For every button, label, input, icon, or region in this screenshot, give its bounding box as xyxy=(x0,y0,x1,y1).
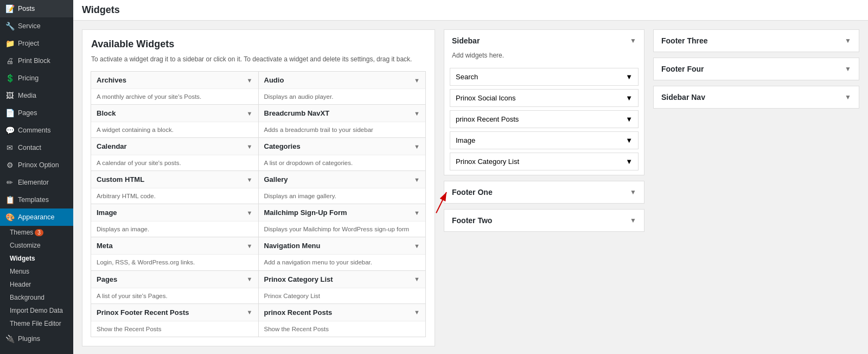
widget-title: Archives xyxy=(97,76,126,84)
right-area-header[interactable]: Footer Four ▼ xyxy=(654,58,859,80)
sidebar: 📝Posts🔧Service📁Project🖨Print Block💲Prici… xyxy=(0,0,73,354)
right-area-title: Footer Four xyxy=(661,65,704,73)
sidebar-item-contact[interactable]: ✉Contact xyxy=(0,139,73,156)
sidebar-widget-area: Sidebar ▼ Add widgets here. Search▼Prino… xyxy=(444,29,644,175)
sidebar-icon: 📋 xyxy=(5,195,14,204)
right-area-header[interactable]: Footer Three ▼ xyxy=(654,30,859,52)
sidebar-sub-background[interactable]: Background xyxy=(0,291,73,304)
widget-header[interactable]: Pages ▼ xyxy=(91,271,258,288)
sidebar-item-comments[interactable]: 💬Comments xyxy=(0,122,73,139)
widget-header[interactable]: prinox Recent Posts ▼ xyxy=(259,304,426,321)
widget-header[interactable]: Meta ▼ xyxy=(91,237,258,255)
right-area-title: Footer Three xyxy=(661,36,708,45)
sidebar-label: Pricing xyxy=(18,74,39,82)
sidebar-item-templates[interactable]: 📋Templates xyxy=(0,191,73,208)
widget-title: Categories xyxy=(264,142,301,150)
sidebar-item-appearance[interactable]: 🎨Appearance xyxy=(0,208,73,226)
sidebar-item-plugins[interactable]: 🔌Plugins xyxy=(0,330,73,347)
sidebar-icon: 🎨 xyxy=(5,213,14,222)
widget-desc: A monthly archive of your site's Posts. xyxy=(91,89,258,104)
right-area-chevron: ▼ xyxy=(845,65,851,73)
footer-two-title: Footer Two xyxy=(452,216,492,225)
badge: 3 xyxy=(35,229,43,236)
sidebar-sub-customize[interactable]: Customize xyxy=(0,239,73,252)
widget-item-prinox-category-list: Prinox Category List ▼ Prinox Category L… xyxy=(258,270,426,304)
available-widgets-desc: To activate a widget drag it to a sideba… xyxy=(91,54,426,64)
sidebar-icon: ✉ xyxy=(5,143,14,152)
sidebar-sub-widgets[interactable]: Widgets xyxy=(0,252,73,265)
widget-desc: Adds a breadcrumb trail to your sidebar xyxy=(259,122,426,137)
sidebar-item-pricing[interactable]: 💲Pricing xyxy=(0,69,73,87)
widget-chevron-icon: ▼ xyxy=(247,243,253,249)
sidebar-item-project[interactable]: 📁Project xyxy=(0,35,73,52)
widget-item-image: Image ▼ Displays an image. xyxy=(91,204,259,237)
widget-header[interactable]: Archives ▼ xyxy=(91,72,258,89)
widget-header[interactable]: Audio ▼ xyxy=(259,72,426,89)
footer-two-chevron: ▼ xyxy=(630,217,636,224)
sidebar-area-widget-image[interactable]: Image▼ xyxy=(450,131,639,149)
widget-chevron-icon: ▼ xyxy=(247,210,253,216)
area-widget-chevron: ▼ xyxy=(626,136,633,144)
sidebar-item-service[interactable]: 🔧Service xyxy=(0,17,73,35)
sidebar-item-prinox-option[interactable]: ⚙Prinox Option xyxy=(0,156,73,174)
sidebar-label: Comments xyxy=(18,127,50,134)
widget-chevron-icon: ▼ xyxy=(414,143,420,150)
sidebar-area-widget-search[interactable]: Search▼ xyxy=(450,68,639,86)
widget-header[interactable]: Navigation Menu ▼ xyxy=(259,237,426,255)
sidebar-icon: 📝 xyxy=(5,4,14,13)
widget-desc: A widget containing a block. xyxy=(91,122,258,137)
sidebar-item-elementor[interactable]: ✏Elementor xyxy=(0,174,73,191)
sidebar-sub-themes[interactable]: Themes3 xyxy=(0,226,73,239)
right-widget-areas: Footer Three ▼ Footer Four ▼ Sidebar Nav… xyxy=(653,29,859,346)
area-widget-title: Prinox Social Icons xyxy=(456,94,516,102)
page-title: Widgets xyxy=(82,4,120,16)
sidebar-area-widget-prinox-category-list[interactable]: Prinox Category List▼ xyxy=(450,153,639,170)
sidebar-item-print-block[interactable]: 🖨Print Block xyxy=(0,52,73,69)
sidebar-sub-menus[interactable]: Menus xyxy=(0,265,73,278)
widget-item-archives: Archives ▼ A monthly archive of your sit… xyxy=(91,71,259,105)
sidebar-sub-theme-file-editor[interactable]: Theme File Editor xyxy=(0,317,73,330)
widget-header[interactable]: Breadcrumb NavXT ▼ xyxy=(259,105,426,122)
widget-header[interactable]: Image ▼ xyxy=(91,204,258,222)
sidebar-area-widget-prinox-social-icons[interactable]: Prinox Social Icons▼ xyxy=(450,89,639,107)
widget-item-prinox-recent-posts: prinox Recent Posts ▼ Show the Recent Po… xyxy=(258,304,426,337)
sidebar-item-posts[interactable]: 📝Posts xyxy=(0,0,73,17)
widget-header[interactable]: Calendar ▼ xyxy=(91,138,258,155)
footer-one-area: Footer One ▼ xyxy=(444,181,644,204)
widget-item-custom-html: Custom HTML ▼ Arbitrary HTML code. xyxy=(91,170,259,204)
widget-desc: Displays an image gallery. xyxy=(259,188,426,204)
right-area-title: Sidebar Nav xyxy=(661,93,705,102)
sidebar-widget-list: Search▼Prinox Social Icons▼prinox Recent… xyxy=(444,64,644,175)
sidebar-area-header[interactable]: Sidebar ▼ xyxy=(444,30,644,52)
sidebar-item-media[interactable]: 🖼Media xyxy=(0,87,73,104)
widget-header[interactable]: Gallery ▼ xyxy=(259,171,426,188)
sidebar-area-widget-prinox-recent-posts[interactable]: prinox Recent Posts▼ xyxy=(450,110,639,128)
widget-title: Custom HTML xyxy=(97,175,144,184)
sidebar-item-pages[interactable]: 📄Pages xyxy=(0,104,73,122)
widget-header[interactable]: Block ▼ xyxy=(91,105,258,122)
right-area-header[interactable]: Sidebar Nav ▼ xyxy=(654,86,859,108)
widget-header[interactable]: Custom HTML ▼ xyxy=(91,171,258,188)
widget-header[interactable]: Prinox Category List ▼ xyxy=(259,271,426,288)
footer-one-header[interactable]: Footer One ▼ xyxy=(444,181,644,203)
widget-areas-panel: Sidebar ▼ Add widgets here. Search▼Prino… xyxy=(444,29,644,346)
widget-desc: Prinox Category List xyxy=(259,288,426,304)
widget-desc: A list or dropdown of categories. xyxy=(259,155,426,170)
sidebar-icon: ✏ xyxy=(5,178,14,187)
sidebar-sub-header[interactable]: Header xyxy=(0,278,73,291)
available-widgets-title: Available Widgets xyxy=(91,39,426,50)
widget-title: Calendar xyxy=(97,142,127,150)
widget-header[interactable]: Categories ▼ xyxy=(259,138,426,155)
widget-desc: A list of your site's Pages. xyxy=(91,288,258,304)
sidebar-sub-import-demo-data[interactable]: Import Demo Data xyxy=(0,304,73,317)
sidebar-label: Service xyxy=(18,22,41,30)
area-widget-chevron: ▼ xyxy=(626,115,633,123)
footer-two-header[interactable]: Footer Two ▼ xyxy=(444,210,644,231)
widget-item-calendar: Calendar ▼ A calendar of your site's pos… xyxy=(91,137,259,171)
sidebar-icon: 📁 xyxy=(5,39,14,48)
widget-header[interactable]: Mailchimp Sign-Up Form ▼ xyxy=(259,204,426,222)
widget-title: Breadcrumb NavXT xyxy=(264,109,330,117)
sidebar-area-chevron: ▼ xyxy=(630,37,636,45)
sidebar-icon: ⚙ xyxy=(5,161,14,169)
widget-header[interactable]: Prinox Footer Recent Posts ▼ xyxy=(91,304,258,321)
